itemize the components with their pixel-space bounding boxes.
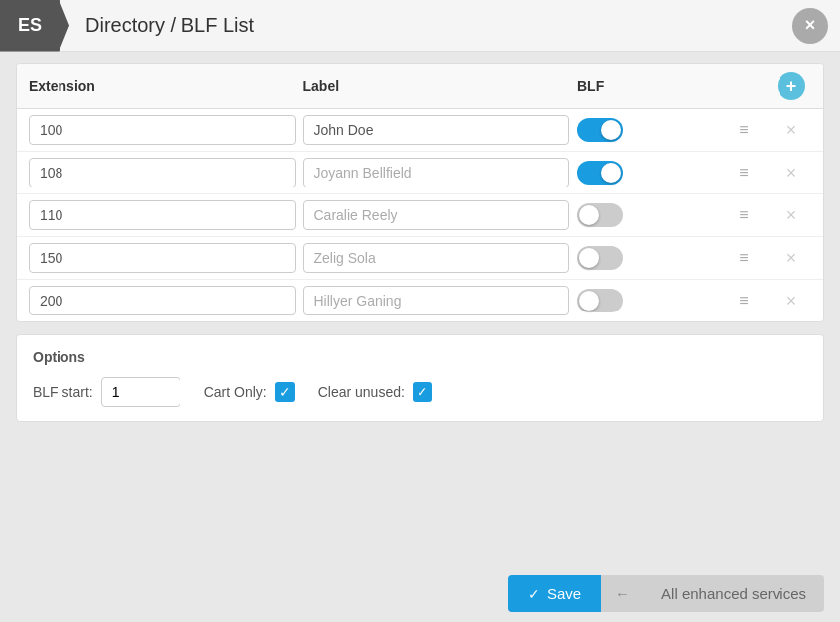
blf-start-label: BLF start: <box>33 384 93 400</box>
blf-start-group: BLF start: <box>33 377 180 407</box>
label-input-5[interactable] <box>303 286 570 315</box>
extension-input-5[interactable] <box>29 286 296 315</box>
blf-toggle-3[interactable] <box>577 203 623 227</box>
row-remove-button-2[interactable]: × <box>772 163 811 184</box>
check-icon: ✓ <box>528 586 540 602</box>
extension-input-1[interactable] <box>29 115 296 145</box>
add-row-button[interactable]: + <box>778 72 805 100</box>
col-label: Label <box>303 78 570 94</box>
cart-only-group: Cart Only: ✓ <box>204 382 295 402</box>
table-row: ≡ × <box>17 194 823 237</box>
table-row: ≡ × <box>17 237 823 280</box>
save-button[interactable]: ✓ Save <box>508 575 601 612</box>
table-header: Extension Label BLF + <box>17 64 823 109</box>
save-label: Save <box>547 585 581 602</box>
options-legend: Options <box>33 349 807 365</box>
blf-toggle-5[interactable] <box>577 289 623 312</box>
row-menu-icon-1[interactable]: ≡ <box>724 121 764 139</box>
close-icon: × <box>805 15 816 36</box>
row-menu-icon-2[interactable]: ≡ <box>724 164 764 182</box>
close-button[interactable]: × <box>792 8 828 44</box>
main-content: Extension Label BLF + ≡ × <box>0 52 840 565</box>
app-header: ES Directory / BLF List × <box>0 0 840 52</box>
extension-input-4[interactable] <box>29 243 296 273</box>
table-row: ≡ × <box>17 109 823 152</box>
blf-toggle-4[interactable] <box>577 246 623 270</box>
row-menu-icon-5[interactable]: ≡ <box>724 292 764 310</box>
options-panel: Options BLF start: Cart Only: ✓ Clear un… <box>16 334 824 422</box>
clear-unused-label: Clear unused: <box>318 384 405 400</box>
label-input-1[interactable] <box>303 115 570 145</box>
row-remove-button-1[interactable]: × <box>772 120 811 141</box>
row-remove-button-4[interactable]: × <box>772 248 811 269</box>
page-title: Directory / BLF List <box>85 14 792 37</box>
header-badge: ES <box>0 0 69 52</box>
label-input-3[interactable] <box>303 200 570 230</box>
all-enhanced-label: All enhanced services <box>661 585 806 602</box>
cart-only-checkbox[interactable]: ✓ <box>275 382 295 402</box>
row-menu-icon-3[interactable]: ≡ <box>724 206 764 224</box>
table-row: ≡ × <box>17 152 823 194</box>
label-input-2[interactable] <box>303 158 570 187</box>
label-input-4[interactable] <box>303 243 570 273</box>
row-remove-button-5[interactable]: × <box>772 291 811 311</box>
blf-table: Extension Label BLF + ≡ × <box>16 63 824 322</box>
cart-only-label: Cart Only: <box>204 384 267 400</box>
back-button[interactable]: ← <box>601 575 644 612</box>
col-extension: Extension <box>29 78 296 94</box>
table-row: ≡ × <box>17 280 823 321</box>
footer: ✓ Save ← All enhanced services <box>0 565 840 622</box>
clear-unused-group: Clear unused: ✓ <box>318 382 432 402</box>
blf-toggle-2[interactable] <box>577 161 623 185</box>
blf-start-input[interactable] <box>101 377 180 407</box>
col-blf: BLF <box>577 78 716 94</box>
row-remove-button-3[interactable]: × <box>772 205 811 226</box>
row-menu-icon-4[interactable]: ≡ <box>724 249 764 267</box>
options-row: BLF start: Cart Only: ✓ Clear unused: ✓ <box>33 377 807 407</box>
extension-input-2[interactable] <box>29 158 296 187</box>
extension-input-3[interactable] <box>29 200 296 230</box>
blf-toggle-1[interactable] <box>577 118 623 142</box>
back-icon: ← <box>615 585 630 602</box>
clear-unused-checkbox[interactable]: ✓ <box>413 382 432 402</box>
all-enhanced-button[interactable]: All enhanced services <box>644 575 824 612</box>
